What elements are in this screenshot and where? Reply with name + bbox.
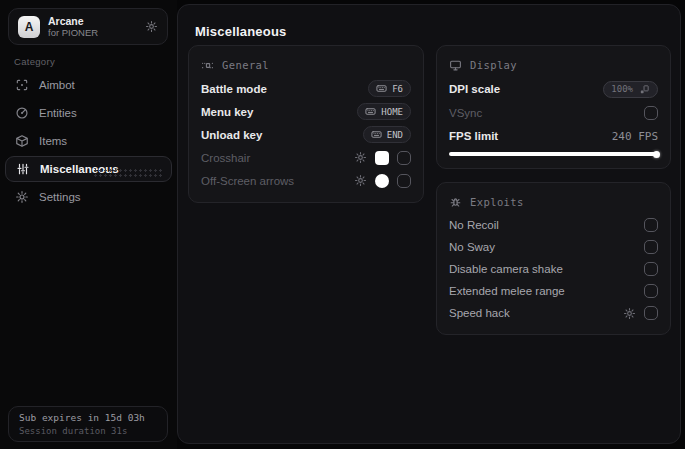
sidebar-item-aimbot[interactable]: Aimbot <box>0 71 177 99</box>
keyboard-icon <box>365 106 376 117</box>
keyboard-icon <box>376 83 387 94</box>
exploit-rows: No RecoilNo SwayDisable camera shakeExte… <box>449 214 658 324</box>
subscription-info: Sub expires in 15d 03h Session duration … <box>8 406 168 442</box>
display-card-title: Display <box>470 59 517 71</box>
general-row: Unload keyEND <box>201 123 411 146</box>
gear-icon[interactable] <box>354 151 367 164</box>
exploit-row: No Sway <box>449 236 658 258</box>
monitor-icon <box>449 59 462 72</box>
sliders-icon <box>201 59 214 72</box>
gear-icon[interactable] <box>623 307 636 320</box>
exploit-label: Speed hack <box>449 307 510 319</box>
crosshair-icon <box>15 78 29 92</box>
setting-label: Menu key <box>201 106 253 118</box>
dpi-scale-label: DPI scale <box>449 83 500 95</box>
exploit-label: No Recoil <box>449 219 499 231</box>
keybind-chip[interactable]: HOME <box>357 103 411 120</box>
exploit-checkbox[interactable] <box>644 306 658 320</box>
setting-label: Battle mode <box>201 83 267 95</box>
general-rows: Battle modeF6Menu keyHOMEUnload keyENDCr… <box>201 77 411 192</box>
page-title: Miscellaneous <box>195 24 286 39</box>
radar-icon <box>15 106 29 120</box>
sidebar-item-items[interactable]: Items <box>0 127 177 155</box>
general-row: Off-Screen arrows <box>201 169 411 192</box>
vsync-label: VSync <box>449 107 482 119</box>
exploit-row: No Recoil <box>449 214 658 236</box>
keybind-value: HOME <box>381 107 403 117</box>
gear-icon <box>15 190 29 204</box>
general-row: Crosshair <box>201 146 411 169</box>
exploit-checkbox[interactable] <box>644 262 658 276</box>
vsync-checkbox[interactable] <box>644 106 658 120</box>
setting-label: Unload key <box>201 129 262 141</box>
sidebar: A Arcane for PIONER Category AimbotEntit… <box>0 0 177 449</box>
fps-slider-knob[interactable] <box>653 151 660 158</box>
app-subtitle: for PIONER <box>48 27 98 38</box>
display-card: Display DPI scale 100% VSync F <box>436 45 671 169</box>
scale-icon <box>639 84 650 95</box>
sidebar-item-label: Entities <box>39 107 77 119</box>
exploit-checkbox[interactable] <box>644 284 658 298</box>
sidebar-item-entities[interactable]: Entities <box>0 99 177 127</box>
sub-expiry-text: Sub expires in 15d 03h <box>19 411 157 425</box>
fps-limit-slider[interactable] <box>449 150 658 158</box>
general-row: Battle modeF6 <box>201 77 411 100</box>
setting-checkbox[interactable] <box>397 174 411 188</box>
gear-icon[interactable] <box>145 20 158 33</box>
sidebar-item-label: Settings <box>39 191 81 203</box>
sidebar-nav: AimbotEntitiesItemsMiscellaneousSettings <box>0 71 177 211</box>
sidebar-item-label: Items <box>39 135 67 147</box>
brand-text: Arcane for PIONER <box>48 15 98 38</box>
exploits-card-header: Exploits <box>449 192 658 212</box>
color-swatch[interactable] <box>375 151 389 165</box>
keybind-value: F6 <box>392 84 403 94</box>
general-row: Menu keyHOME <box>201 100 411 123</box>
package-icon <box>15 134 29 148</box>
fps-limit-label: FPS limit <box>449 130 498 142</box>
setting-label: Off-Screen arrows <box>201 175 294 187</box>
category-label: Category <box>14 56 55 67</box>
app-name: Arcane <box>48 15 98 27</box>
setting-checkbox[interactable] <box>397 151 411 165</box>
main-panel: Miscellaneous General Battle modeF6Menu … <box>177 4 681 444</box>
app-logo: A <box>18 16 40 38</box>
fps-limit-value: 240 FPS <box>612 130 658 143</box>
exploits-card-title: Exploits <box>470 196 524 208</box>
keybind-chip[interactable]: END <box>363 126 411 143</box>
fps-limit-row: FPS limit 240 FPS <box>449 125 658 147</box>
exploit-row: Speed hack <box>449 302 658 324</box>
keyboard-icon <box>371 129 382 140</box>
exploit-checkbox[interactable] <box>644 218 658 232</box>
general-card: General Battle modeF6Menu keyHOMEUnload … <box>188 45 424 203</box>
exploit-label: No Sway <box>449 241 495 253</box>
sidebar-item-label: Aimbot <box>39 79 75 91</box>
session-duration-text: Session duration 31s <box>19 425 157 437</box>
general-card-header: General <box>201 55 411 75</box>
sidebar-item-settings[interactable]: Settings <box>0 183 177 211</box>
exploit-label: Extended melee range <box>449 285 565 297</box>
display-card-header: Display <box>449 55 658 75</box>
keybind-chip[interactable]: F6 <box>368 80 411 97</box>
exploit-label: Disable camera shake <box>449 263 563 275</box>
dpi-scale-select[interactable]: 100% <box>603 81 658 98</box>
exploit-row: Extended melee range <box>449 280 658 302</box>
fps-slider-track <box>449 152 658 156</box>
sidebar-item-miscellaneous[interactable]: Miscellaneous <box>5 156 172 182</box>
exploits-card: Exploits No RecoilNo SwayDisable camera … <box>436 182 671 335</box>
gear-icon[interactable] <box>354 174 367 187</box>
keybind-value: END <box>387 130 403 140</box>
brand-card: A Arcane for PIONER <box>8 8 168 45</box>
dpi-scale-value: 100% <box>611 84 633 94</box>
bug-icon <box>449 196 462 209</box>
sidebar-item-label: Miscellaneous <box>40 163 119 175</box>
dpi-scale-row: DPI scale 100% <box>449 77 658 101</box>
sliders-icon <box>16 162 30 176</box>
exploit-row: Disable camera shake <box>449 258 658 280</box>
color-swatch[interactable] <box>375 174 389 188</box>
setting-label: Crosshair <box>201 152 250 164</box>
general-card-title: General <box>222 59 269 71</box>
vsync-row: VSync <box>449 101 658 125</box>
exploit-checkbox[interactable] <box>644 240 658 254</box>
cards-grid: General Battle modeF6Menu keyHOMEUnload … <box>188 45 671 335</box>
